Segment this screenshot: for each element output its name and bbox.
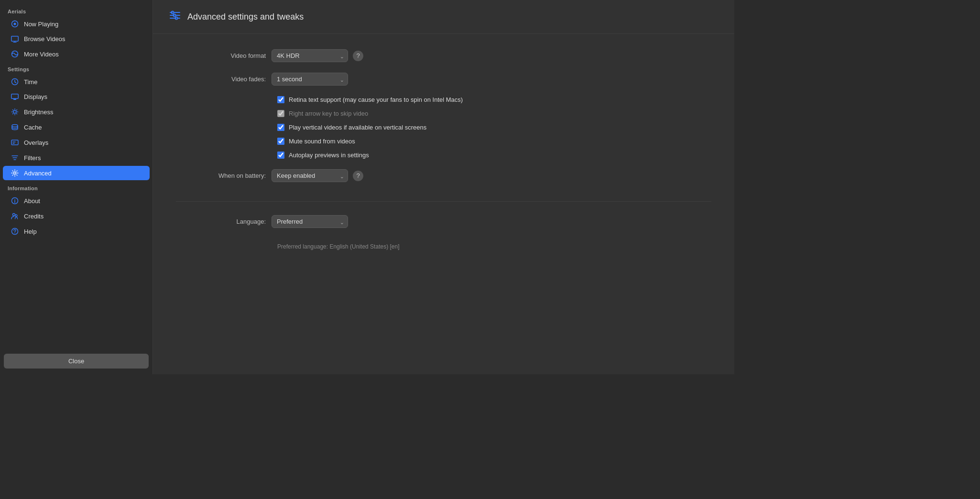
cache-icon <box>11 123 19 131</box>
about-icon <box>11 197 19 205</box>
main-header: Advanced settings and tweaks <box>153 0 734 34</box>
video-format-row: Video format 4K HDR 4K SDR 1080p HDR 108… <box>176 49 711 62</box>
svg-point-8 <box>13 110 16 113</box>
sidebar-item-about-label: About <box>24 197 40 205</box>
settings-section-label: Settings <box>0 62 152 74</box>
video-format-help-button[interactable]: ? <box>353 51 363 61</box>
credits-icon <box>11 212 19 220</box>
svg-rect-7 <box>13 99 16 100</box>
svg-point-9 <box>12 125 18 127</box>
mute-sound-checkbox[interactable] <box>277 138 284 145</box>
sidebar-item-browse-videos[interactable]: Browse Videos <box>3 32 150 46</box>
main-content: Advanced settings and tweaks Video forma… <box>153 0 734 374</box>
video-format-select-wrapper: 4K HDR 4K SDR 1080p HDR 1080p SDR 720p <box>272 49 348 62</box>
language-select[interactable]: Preferred English French German Spanish <box>272 215 348 228</box>
svg-point-13 <box>14 199 15 200</box>
battery-select-wrapper: Keep enabled Disable on battery Ask each… <box>272 169 348 182</box>
sidebar-item-credits[interactable]: Credits <box>3 209 150 223</box>
autoplay-previews-row: Autoplay previews in settings <box>277 152 711 159</box>
video-format-label: Video format <box>176 52 272 59</box>
sidebar-item-cache[interactable]: Cache <box>3 120 150 134</box>
battery-control: Keep enabled Disable on battery Ask each… <box>272 169 363 182</box>
checkboxes-section: Retina text support (may cause your fans… <box>277 96 711 159</box>
vertical-videos-row: Play vertical videos if available on ver… <box>277 124 711 131</box>
video-fades-control: No fades 1 second 2 seconds 3 seconds <box>272 73 348 86</box>
svg-point-14 <box>13 214 15 216</box>
retina-text-checkbox[interactable] <box>277 96 284 103</box>
overlays-icon <box>11 139 19 146</box>
brightness-icon <box>11 108 19 116</box>
sidebar-item-overlays-label: Overlays <box>24 139 48 146</box>
mute-sound-row: Mute sound from videos <box>277 138 711 145</box>
sidebar-item-overlays[interactable]: Overlays <box>3 135 150 150</box>
sidebar-item-now-playing-label: Now Playing <box>24 21 58 28</box>
right-arrow-checkbox[interactable] <box>277 110 284 117</box>
sidebar-item-filters-label: Filters <box>24 154 41 162</box>
sidebar-item-filters[interactable]: Filters <box>3 151 150 165</box>
video-format-control: 4K HDR 4K SDR 1080p HDR 1080p SDR 720p ? <box>272 49 363 62</box>
help-icon <box>11 228 19 235</box>
svg-point-2 <box>14 21 15 22</box>
filters-icon <box>11 154 19 162</box>
sidebar-item-displays[interactable]: Displays <box>3 90 150 104</box>
sidebar: Aerials Now Playing Browse Videos <box>0 0 153 374</box>
retina-text-label: Retina text support (may cause your fans… <box>289 96 463 103</box>
main-body: Video format 4K HDR 4K SDR 1080p HDR 108… <box>153 34 734 265</box>
sidebar-item-brightness-label: Brightness <box>24 108 53 116</box>
right-arrow-label: Right arrow key to skip video <box>289 110 368 117</box>
language-section: Language: Preferred English French Germa… <box>176 215 711 250</box>
main-header-title: Advanced settings and tweaks <box>187 12 304 22</box>
battery-help-button[interactable]: ? <box>353 171 363 181</box>
sidebar-item-more-videos-label: More Videos <box>24 51 59 58</box>
sidebar-item-browse-videos-label: Browse Videos <box>24 35 65 43</box>
sidebar-item-advanced-label: Advanced <box>24 170 52 177</box>
browse-videos-icon <box>11 36 19 43</box>
sidebar-item-now-playing[interactable]: Now Playing <box>3 17 150 31</box>
autoplay-previews-label: Autoplay previews in settings <box>289 152 369 159</box>
svg-point-1 <box>14 23 16 25</box>
time-icon <box>11 78 19 86</box>
video-fades-label: Video fades: <box>176 76 272 83</box>
video-fades-select-wrapper: No fades 1 second 2 seconds 3 seconds <box>272 73 348 86</box>
battery-label: When on battery: <box>176 172 272 179</box>
svg-rect-6 <box>11 94 19 98</box>
close-button[interactable]: Close <box>4 354 149 369</box>
vertical-videos-checkbox[interactable] <box>277 124 284 131</box>
sidebar-item-time-label: Time <box>24 78 37 86</box>
language-control: Preferred English French German Spanish <box>272 215 348 228</box>
sidebar-item-about[interactable]: About <box>3 194 150 208</box>
svg-rect-10 <box>11 140 18 145</box>
advanced-settings-icon <box>168 9 182 25</box>
now-playing-icon <box>11 20 19 28</box>
battery-select[interactable]: Keep enabled Disable on battery Ask each… <box>272 169 348 182</box>
right-arrow-row: Right arrow key to skip video <box>277 110 711 117</box>
svg-point-11 <box>14 172 16 174</box>
video-fades-select[interactable]: No fades 1 second 2 seconds 3 seconds <box>272 73 348 86</box>
displays-icon <box>11 94 19 100</box>
mute-sound-label: Mute sound from videos <box>289 138 355 145</box>
language-select-wrapper: Preferred English French German Spanish <box>272 215 348 228</box>
battery-row: When on battery: Keep enabled Disable on… <box>176 169 711 182</box>
sidebar-item-time[interactable]: Time <box>3 75 150 89</box>
sidebar-item-brightness[interactable]: Brightness <box>3 105 150 119</box>
preferred-lang-note: Preferred language: English (United Stat… <box>277 243 711 250</box>
svg-rect-3 <box>11 36 19 41</box>
language-row: Language: Preferred English French Germa… <box>176 215 711 228</box>
vertical-videos-label: Play vertical videos if available on ver… <box>289 124 426 131</box>
sidebar-item-advanced[interactable]: Advanced <box>3 166 150 180</box>
retina-text-row: Retina text support (may cause your fans… <box>277 96 711 103</box>
autoplay-previews-checkbox[interactable] <box>277 152 284 159</box>
sidebar-item-more-videos[interactable]: More Videos <box>3 47 150 61</box>
sidebar-item-help-label: Help <box>24 228 37 235</box>
svg-point-17 <box>14 233 15 234</box>
sidebar-item-help[interactable]: Help <box>3 224 150 239</box>
sidebar-item-displays-label: Displays <box>24 93 47 100</box>
information-section-label: Information <box>0 181 152 193</box>
advanced-icon <box>11 169 19 177</box>
svg-point-15 <box>15 215 17 217</box>
video-format-select[interactable]: 4K HDR 4K SDR 1080p HDR 1080p SDR 720p <box>272 49 348 62</box>
sidebar-item-credits-label: Credits <box>24 213 44 220</box>
section-divider <box>176 201 711 202</box>
language-label: Language: <box>176 218 272 225</box>
more-videos-icon <box>11 50 19 58</box>
